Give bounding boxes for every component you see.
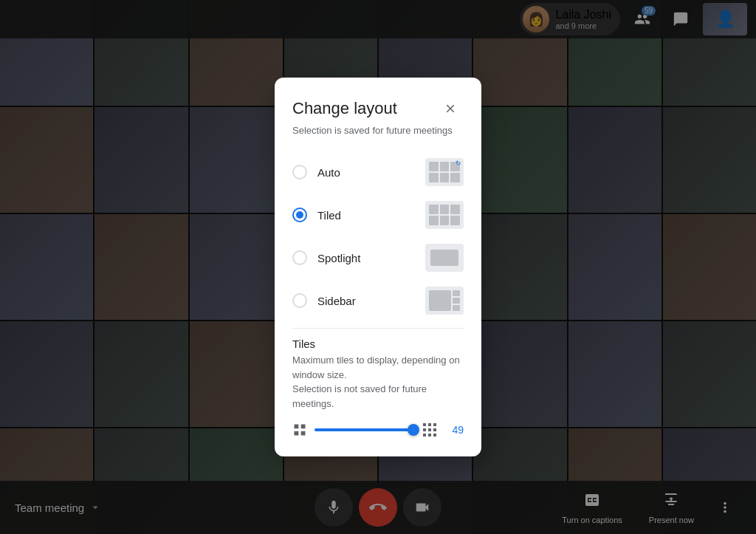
layout-label-sidebar: Sidebar <box>317 295 356 307</box>
tiles-description: Maximum tiles to display, depending on w… <box>292 353 464 411</box>
layout-label-auto: Auto <box>317 166 340 179</box>
grid-large-icon <box>421 421 439 439</box>
layout-option-auto-left: Auto <box>292 165 340 179</box>
tiles-title: Tiles <box>292 338 464 350</box>
preview-sidebar <box>425 287 464 315</box>
layout-option-sidebar[interactable]: Sidebar <box>292 279 464 322</box>
radio-tiled <box>292 208 307 222</box>
grid-small-icon <box>292 422 307 437</box>
tiles-slider-row: 49 <box>292 421 464 439</box>
preview-tiled <box>425 201 464 229</box>
refresh-icon: ↻ <box>456 160 461 167</box>
radio-tiled-inner <box>296 211 303 219</box>
dialog-header: Change layout <box>292 95 464 122</box>
radio-sidebar <box>292 293 307 308</box>
layout-option-tiled-left: Tiled <box>292 208 341 222</box>
layout-option-tiled[interactable]: Tiled <box>292 194 464 236</box>
slider-fill <box>315 428 408 431</box>
layout-option-spotlight[interactable]: Spotlight <box>292 236 464 279</box>
radio-auto <box>292 165 307 179</box>
layout-options: Auto ↻ <box>292 151 464 322</box>
dialog-subtitle: Selection is saved for future meetings <box>292 125 464 136</box>
modal-overlay: Change layout Selection is saved for fut… <box>0 0 756 534</box>
layout-option-spotlight-left: Spotlight <box>292 250 360 265</box>
slider-track <box>315 428 413 431</box>
tiles-value: 49 <box>446 424 464 436</box>
close-icon <box>444 102 457 115</box>
layout-label-spotlight: Spotlight <box>317 252 360 264</box>
layout-option-auto[interactable]: Auto ↻ <box>292 151 464 194</box>
dialog-title: Change layout <box>292 99 397 118</box>
tiles-slider[interactable] <box>315 421 413 439</box>
preview-auto: ↻ <box>425 158 464 186</box>
preview-spotlight <box>425 244 464 272</box>
dialog-close-button[interactable] <box>437 95 464 122</box>
change-layout-dialog: Change layout Selection is saved for fut… <box>275 78 481 456</box>
tiles-section: Tiles Maximum tiles to display, dependin… <box>292 338 464 439</box>
radio-spotlight <box>292 250 307 265</box>
section-divider <box>292 328 464 329</box>
layout-label-tiled: Tiled <box>317 209 341 222</box>
layout-option-sidebar-left: Sidebar <box>292 293 356 308</box>
slider-thumb[interactable] <box>408 424 419 436</box>
